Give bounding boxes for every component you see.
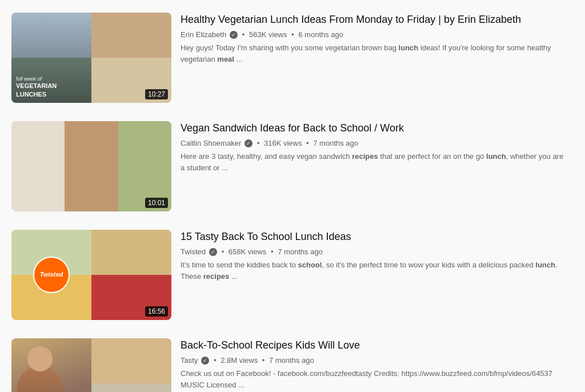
duration-badge-2: 10:01 — [145, 198, 168, 208]
view-count-4: 2.8M views — [221, 356, 258, 365]
separator: • — [304, 139, 311, 147]
channel-name-3[interactable]: Twisted — [181, 247, 206, 256]
thumb-cell — [65, 121, 118, 211]
verified-icon-3: ✓ — [209, 248, 217, 256]
video-item-4[interactable]: 10:05 Back-To-School Recipes Kids Will L… — [11, 333, 574, 392]
thumbnail-text-overlay: full week of VEGETARIAN LUNCHES — [11, 13, 91, 103]
separator: • — [240, 30, 247, 39]
video-description-2: Here are 3 tasty, healthy, and easy vega… — [181, 151, 564, 173]
separator: • — [219, 247, 226, 256]
thumb-cell — [91, 13, 171, 58]
duration-badge-1: 10:27 — [145, 89, 168, 99]
video-age-1: 6 months ago — [298, 30, 343, 39]
channel-name-1[interactable]: Erin Elizabeth — [181, 30, 226, 39]
thumb-cell-person — [11, 338, 91, 392]
separator: • — [260, 356, 267, 365]
duration-badge-3: 16:56 — [145, 306, 168, 317]
video-meta-4: Tasty ✓ • 2.8M views • 7 months ago — [181, 356, 564, 365]
thumb-cell — [91, 383, 171, 392]
thumb-cell — [11, 121, 65, 211]
separator: • — [289, 30, 296, 39]
thumbnail-4[interactable]: 10:05 — [11, 338, 171, 392]
thumbnail-label-top: full week of — [16, 76, 87, 82]
channel-name-2[interactable]: Caitlin Shoemaker — [181, 139, 241, 147]
view-count-2: 316K views — [264, 139, 302, 147]
video-age-2: 7 months ago — [313, 139, 358, 147]
verified-icon-1: ✓ — [230, 31, 238, 39]
separator: • — [255, 139, 262, 147]
video-title-2[interactable]: Vegan Sandwich Ideas for Back to School … — [181, 121, 564, 135]
view-count-1: 563K views — [249, 30, 287, 39]
thumbnail-3[interactable]: Twisted 16:56 — [11, 230, 171, 320]
video-list: full week of VEGETARIAN LUNCHES 10:27 He… — [0, 0, 585, 392]
channel-name-4[interactable]: Tasty — [181, 356, 198, 365]
separator: • — [269, 247, 275, 256]
video-info-2: Vegan Sandwich Ideas for Back to School … — [171, 121, 574, 211]
video-meta-2: Caitlin Shoemaker ✓ • 316K views • 7 mon… — [181, 139, 564, 147]
thumb-cell — [91, 338, 171, 383]
video-description-3: It's time to send the kiddies back to sc… — [181, 259, 564, 282]
video-description-1: Hey guys! Today I'm sharing with you som… — [181, 42, 564, 65]
video-item-1[interactable]: full week of VEGETARIAN LUNCHES 10:27 He… — [11, 7, 574, 109]
video-description-4: Check us out on Facebook! - facebook.com… — [181, 368, 564, 390]
video-item-3[interactable]: Twisted 16:56 15 Tasty Back To School Lu… — [11, 224, 574, 326]
video-title-1[interactable]: Healthy Vegetarian Lunch Ideas From Mond… — [181, 13, 564, 27]
thumb-cell — [91, 230, 171, 275]
video-meta-1: Erin Elizabeth ✓ • 563K views • 6 months… — [181, 30, 564, 39]
video-meta-3: Twisted ✓ • 658K views • 7 months ago — [181, 247, 564, 256]
video-info-4: Back-To-School Recipes Kids Will Love Ta… — [171, 338, 574, 392]
video-info-1: Healthy Vegetarian Lunch Ideas From Mond… — [171, 13, 574, 103]
video-item-2[interactable]: 10:01 Vegan Sandwich Ideas for Back to S… — [11, 115, 574, 217]
verified-icon-4: ✓ — [201, 357, 209, 365]
video-title-3[interactable]: 15 Tasty Back To School Lunch Ideas — [181, 230, 564, 244]
thumbnail-2[interactable]: 10:01 — [11, 121, 171, 211]
thumbnail-label-main: VEGETARIAN LUNCHES — [16, 82, 87, 98]
verified-icon-2: ✓ — [245, 139, 253, 147]
channel-logo-twisted: Twisted — [33, 257, 70, 293]
view-count-3: 658K views — [229, 247, 266, 256]
video-age-4: 7 months ago — [269, 356, 314, 365]
thumb-right — [91, 338, 171, 392]
separator: • — [211, 356, 218, 365]
video-age-3: 7 months ago — [278, 247, 323, 256]
video-title-4[interactable]: Back-To-School Recipes Kids Will Love — [181, 338, 564, 353]
video-info-3: 15 Tasty Back To School Lunch Ideas Twis… — [171, 230, 574, 320]
thumbnail-1[interactable]: full week of VEGETARIAN LUNCHES 10:27 — [11, 13, 171, 103]
